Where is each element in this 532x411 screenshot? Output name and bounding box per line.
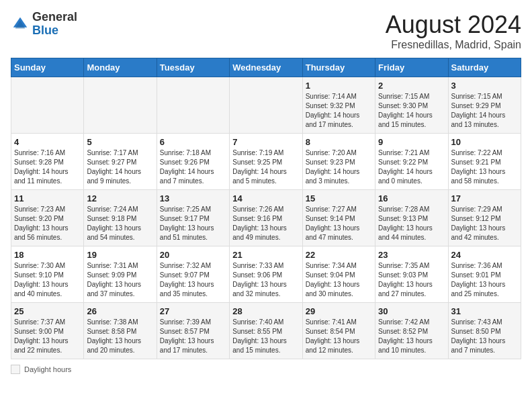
day-info: Sunrise: 7:28 AM Sunset: 9:13 PM Dayligh…	[378, 205, 445, 242]
day-number: 9	[378, 137, 445, 147]
calendar-cell: 14Sunrise: 7:26 AM Sunset: 9:16 PM Dayli…	[230, 190, 302, 246]
calendar-cell: 15Sunrise: 7:27 AM Sunset: 9:14 PM Dayli…	[302, 190, 375, 246]
calendar-row: 11Sunrise: 7:23 AM Sunset: 9:20 PM Dayli…	[11, 190, 521, 246]
day-number: 18	[14, 250, 81, 260]
day-info: Sunrise: 7:35 AM Sunset: 9:03 PM Dayligh…	[378, 261, 445, 299]
calendar-cell: 24Sunrise: 7:36 AM Sunset: 9:01 PM Dayli…	[448, 246, 521, 303]
calendar-header: SundayMondayTuesdayWednesdayThursdayFrid…	[11, 58, 521, 77]
day-number: 19	[87, 250, 153, 260]
header-day: Monday	[84, 58, 157, 77]
day-number: 3	[451, 81, 518, 91]
header-day: Friday	[375, 58, 448, 77]
calendar-cell: 21Sunrise: 7:33 AM Sunset: 9:06 PM Dayli…	[230, 246, 302, 303]
day-number: 26	[87, 306, 153, 316]
calendar-body: 1Sunrise: 7:14 AM Sunset: 9:32 PM Daylig…	[11, 77, 521, 359]
day-number: 25	[14, 306, 81, 316]
footer: Daylight hours	[11, 365, 521, 374]
header-day: Thursday	[302, 58, 375, 77]
header-day: Saturday	[448, 58, 521, 77]
calendar-cell: 1Sunrise: 7:14 AM Sunset: 9:32 PM Daylig…	[302, 77, 375, 134]
calendar-cell: 30Sunrise: 7:42 AM Sunset: 8:52 PM Dayli…	[375, 303, 448, 359]
calendar-cell	[11, 77, 84, 134]
day-number: 8	[306, 137, 372, 147]
calendar-cell	[230, 77, 302, 134]
day-info: Sunrise: 7:36 AM Sunset: 9:01 PM Dayligh…	[451, 261, 518, 299]
calendar-cell: 8Sunrise: 7:20 AM Sunset: 9:23 PM Daylig…	[302, 134, 375, 190]
header: General Blue August 2024 Fresnedillas, M…	[11, 11, 521, 51]
day-info: Sunrise: 7:14 AM Sunset: 9:32 PM Dayligh…	[306, 92, 372, 130]
calendar-cell: 5Sunrise: 7:17 AM Sunset: 9:27 PM Daylig…	[84, 134, 157, 190]
day-number: 2	[378, 81, 445, 91]
day-number: 24	[451, 250, 518, 260]
calendar-cell: 29Sunrise: 7:41 AM Sunset: 8:54 PM Dayli…	[302, 303, 375, 359]
calendar-cell: 18Sunrise: 7:30 AM Sunset: 9:10 PM Dayli…	[11, 246, 84, 303]
month-year: August 2024	[386, 11, 521, 39]
calendar-cell: 13Sunrise: 7:25 AM Sunset: 9:17 PM Dayli…	[157, 190, 229, 246]
day-info: Sunrise: 7:39 AM Sunset: 8:57 PM Dayligh…	[160, 318, 226, 355]
day-number: 21	[232, 250, 299, 260]
day-number: 14	[232, 193, 299, 203]
calendar-cell: 10Sunrise: 7:22 AM Sunset: 9:21 PM Dayli…	[448, 134, 521, 190]
calendar-cell: 3Sunrise: 7:15 AM Sunset: 9:29 PM Daylig…	[448, 77, 521, 134]
day-info: Sunrise: 7:32 AM Sunset: 9:07 PM Dayligh…	[160, 261, 226, 299]
day-info: Sunrise: 7:27 AM Sunset: 9:14 PM Dayligh…	[306, 205, 372, 242]
day-info: Sunrise: 7:37 AM Sunset: 9:00 PM Dayligh…	[14, 318, 81, 355]
logo-text: General Blue	[32, 11, 77, 38]
header-day: Tuesday	[157, 58, 229, 77]
header-day: Wednesday	[230, 58, 302, 77]
daylight-box-icon	[11, 365, 20, 374]
day-number: 16	[378, 193, 445, 203]
day-info: Sunrise: 7:30 AM Sunset: 9:10 PM Dayligh…	[14, 261, 81, 299]
day-info: Sunrise: 7:43 AM Sunset: 8:50 PM Dayligh…	[451, 318, 518, 355]
day-info: Sunrise: 7:18 AM Sunset: 9:26 PM Dayligh…	[160, 148, 226, 186]
calendar-row: 4Sunrise: 7:16 AM Sunset: 9:28 PM Daylig…	[11, 134, 521, 190]
day-number: 30	[378, 306, 445, 316]
day-number: 11	[14, 193, 81, 203]
day-info: Sunrise: 7:22 AM Sunset: 9:21 PM Dayligh…	[451, 148, 518, 186]
day-number: 31	[451, 306, 518, 316]
day-info: Sunrise: 7:34 AM Sunset: 9:04 PM Dayligh…	[306, 261, 372, 299]
day-info: Sunrise: 7:15 AM Sunset: 9:30 PM Dayligh…	[378, 92, 445, 130]
day-number: 28	[232, 306, 299, 316]
day-info: Sunrise: 7:15 AM Sunset: 9:29 PM Dayligh…	[451, 92, 518, 130]
day-info: Sunrise: 7:23 AM Sunset: 9:20 PM Dayligh…	[14, 205, 81, 242]
daylight-label: Daylight hours	[24, 365, 71, 373]
day-number: 29	[306, 306, 372, 316]
calendar-cell: 19Sunrise: 7:31 AM Sunset: 9:09 PM Dayli…	[84, 246, 157, 303]
day-info: Sunrise: 7:21 AM Sunset: 9:22 PM Dayligh…	[378, 148, 445, 186]
day-number: 22	[306, 250, 372, 260]
day-number: 27	[160, 306, 226, 316]
day-number: 20	[160, 250, 226, 260]
day-info: Sunrise: 7:31 AM Sunset: 9:09 PM Dayligh…	[87, 261, 153, 299]
calendar-row: 25Sunrise: 7:37 AM Sunset: 9:00 PM Dayli…	[11, 303, 521, 359]
day-info: Sunrise: 7:42 AM Sunset: 8:52 PM Dayligh…	[378, 318, 445, 355]
calendar-cell: 9Sunrise: 7:21 AM Sunset: 9:22 PM Daylig…	[375, 134, 448, 190]
calendar-row: 1Sunrise: 7:14 AM Sunset: 9:32 PM Daylig…	[11, 77, 521, 134]
calendar-cell: 31Sunrise: 7:43 AM Sunset: 8:50 PM Dayli…	[448, 303, 521, 359]
logo-icon	[11, 15, 30, 34]
day-info: Sunrise: 7:33 AM Sunset: 9:06 PM Dayligh…	[232, 261, 299, 299]
day-info: Sunrise: 7:20 AM Sunset: 9:23 PM Dayligh…	[306, 148, 372, 186]
day-number: 12	[87, 193, 153, 203]
day-info: Sunrise: 7:41 AM Sunset: 8:54 PM Dayligh…	[306, 318, 372, 355]
day-number: 7	[232, 137, 299, 147]
calendar-cell: 26Sunrise: 7:38 AM Sunset: 8:58 PM Dayli…	[84, 303, 157, 359]
day-number: 15	[306, 193, 372, 203]
calendar-cell: 2Sunrise: 7:15 AM Sunset: 9:30 PM Daylig…	[375, 77, 448, 134]
calendar-table: SundayMondayTuesdayWednesdayThursdayFrid…	[11, 58, 521, 359]
day-info: Sunrise: 7:19 AM Sunset: 9:25 PM Dayligh…	[232, 148, 299, 186]
day-info: Sunrise: 7:29 AM Sunset: 9:12 PM Dayligh…	[451, 205, 518, 242]
day-info: Sunrise: 7:24 AM Sunset: 9:18 PM Dayligh…	[87, 205, 153, 242]
calendar-cell: 17Sunrise: 7:29 AM Sunset: 9:12 PM Dayli…	[448, 190, 521, 246]
calendar-row: 18Sunrise: 7:30 AM Sunset: 9:10 PM Dayli…	[11, 246, 521, 303]
calendar-cell: 16Sunrise: 7:28 AM Sunset: 9:13 PM Dayli…	[375, 190, 448, 246]
logo-blue: Blue	[32, 24, 58, 37]
day-info: Sunrise: 7:25 AM Sunset: 9:17 PM Dayligh…	[160, 205, 226, 242]
calendar-cell: 11Sunrise: 7:23 AM Sunset: 9:20 PM Dayli…	[11, 190, 84, 246]
calendar-cell: 23Sunrise: 7:35 AM Sunset: 9:03 PM Dayli…	[375, 246, 448, 303]
header-row: SundayMondayTuesdayWednesdayThursdayFrid…	[11, 58, 521, 77]
day-number: 4	[14, 137, 81, 147]
header-day: Sunday	[11, 58, 84, 77]
location: Fresnedillas, Madrid, Spain	[386, 39, 521, 51]
logo-general: General	[32, 10, 77, 24]
